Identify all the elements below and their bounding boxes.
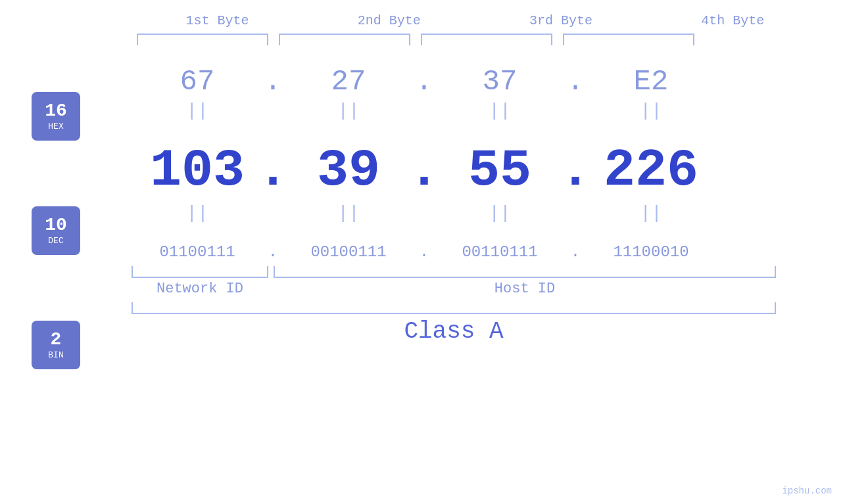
dec-b2: 39 xyxy=(283,141,414,200)
eq1-b1: || xyxy=(186,101,208,121)
eq1-b3: || xyxy=(489,101,511,121)
header-row: 1st Byte 2nd Byte 3rd Byte 4th Byte xyxy=(132,0,819,28)
bracket-bottom-host xyxy=(274,266,776,278)
hex-b3: 37 xyxy=(434,65,566,98)
top-bracket-1 xyxy=(137,34,268,45)
dec-badge: 10 DEC xyxy=(32,206,80,255)
bin-b4: 11100010 xyxy=(585,243,717,261)
dot-hex-2: . xyxy=(416,65,433,98)
hex-row: 67 . 27 . 37 . E2 xyxy=(132,65,819,98)
equals-row-1: || || || || xyxy=(132,101,819,121)
header-byte1: 1st Byte xyxy=(152,13,283,28)
dec-row: 103 . 39 . 55 . 226 xyxy=(132,141,819,200)
header-byte2: 2nd Byte xyxy=(324,13,455,28)
bin-b1: 01100111 xyxy=(132,243,263,261)
network-id-label: Network ID xyxy=(132,281,268,297)
dot-bin-1: . xyxy=(268,243,278,261)
class-bracket-area: Class A xyxy=(132,302,819,345)
eq1-b2: || xyxy=(337,101,360,121)
dec-b4: 226 xyxy=(585,141,717,200)
labels-row: Network ID Host ID xyxy=(132,281,819,297)
eq2-b3: || xyxy=(489,203,511,223)
bin-badge-label: BIN xyxy=(48,350,63,360)
top-bracket-4 xyxy=(563,34,694,45)
watermark: ipshu.com xyxy=(782,486,832,496)
dot-hex-3: . xyxy=(567,65,584,98)
hex-b2: 27 xyxy=(283,65,414,98)
eq1-b4: || xyxy=(640,101,662,121)
dot-bin-2: . xyxy=(420,243,429,261)
dot-bin-3: . xyxy=(571,243,580,261)
bin-badge-number: 2 xyxy=(51,331,62,349)
hex-b4: E2 xyxy=(585,65,717,98)
eq2-b2: || xyxy=(337,203,360,223)
bytes-area: 1st Byte 2nd Byte 3rd Byte 4th Byte 67 .… xyxy=(105,0,832,345)
header-byte3: 3rd Byte xyxy=(495,13,627,28)
eq2-b1: || xyxy=(186,203,208,223)
dec-badge-label: DEC xyxy=(48,236,63,246)
dec-b3: 55 xyxy=(434,141,566,200)
top-bracket-3 xyxy=(421,34,552,45)
bin-row: 01100111 . 00100111 . 00110111 . 1110001… xyxy=(132,243,819,261)
bottom-brackets-area: Network ID Host ID xyxy=(132,266,819,297)
header-byte4: 4th Byte xyxy=(667,13,798,28)
top-brackets xyxy=(132,34,819,45)
host-id-label: Host ID xyxy=(274,281,776,297)
hex-badge-label: HEX xyxy=(48,122,63,131)
hex-badge: 16 HEX xyxy=(32,92,80,141)
equals-row-2: || || || || xyxy=(132,203,819,223)
bottom-brackets-row xyxy=(132,266,819,278)
hex-b1: 67 xyxy=(132,65,263,98)
bin-b3: 00110111 xyxy=(434,243,566,261)
class-label: Class A xyxy=(132,318,776,345)
dec-badge-number: 10 xyxy=(45,216,67,235)
dot-hex-1: . xyxy=(264,65,281,98)
main-container: 16 HEX 10 DEC 2 BIN 1st Byte 2nd Byte 3r… xyxy=(0,0,845,504)
hex-badge-number: 16 xyxy=(45,102,67,120)
bracket-bottom-network xyxy=(132,266,268,278)
eq2-b4: || xyxy=(640,203,662,223)
top-bracket-2 xyxy=(279,34,410,45)
dec-b1: 103 xyxy=(132,141,263,200)
class-bracket-line xyxy=(132,302,776,314)
bin-badge: 2 BIN xyxy=(32,321,80,369)
badges-column: 16 HEX 10 DEC 2 BIN xyxy=(32,92,80,369)
bin-b2: 00100111 xyxy=(283,243,414,261)
